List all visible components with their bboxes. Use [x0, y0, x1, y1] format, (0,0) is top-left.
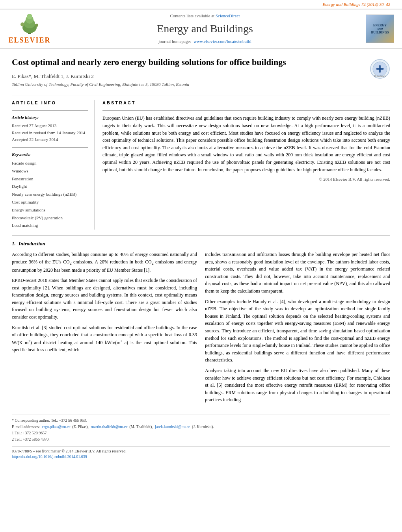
email-pikas-link[interactable]: ergo.pikas@ttu.ee [42, 424, 70, 429]
journal-citation-bar: Energy and Buildings 74 (2014) 30–42 [0, 0, 402, 9]
right-para-1: includes transmission and infiltration l… [205, 251, 390, 295]
keyword-windows: Windows [12, 167, 88, 175]
body-left-col: According to different studies, building… [12, 251, 197, 407]
journal-homepage: journal homepage: www.elsevier.com/locat… [55, 39, 355, 45]
divider-abstract [102, 110, 390, 111]
article-info-label: ARTICLE INFO [12, 100, 88, 106]
journal-logo-right: ENERGY AND BUILDINGS [359, 15, 394, 43]
article-content: Cost optimal and nearly zero energy buil… [0, 49, 402, 468]
footnote-area: * Corresponding author. Tel.: +372 56 45… [12, 415, 390, 443]
crossmark-icon: CrossMark [370, 59, 390, 79]
introduction-heading: 1. Introduction [12, 240, 390, 248]
divider-article-info [12, 110, 88, 111]
keyword-nzeb: Nearly zero energy buildings (nZEB) [12, 191, 88, 198]
journal-homepage-link[interactable]: www.elsevier.com/locate/enbuild [194, 39, 251, 44]
article-info-column: ARTICLE INFO Article history: Received 2… [12, 100, 95, 230]
abstract-text: European Union (EU) has established dire… [102, 115, 390, 173]
keyword-pv: Photovoltaic (PV) generation [12, 214, 88, 222]
received-date: Received 27 August 2013 [12, 122, 88, 130]
elsevier-tree-icon [14, 13, 45, 34]
email-line: E-mail addresses: ergo.pikas@ttu.ee (E. … [12, 424, 390, 430]
sciencedirect-link[interactable]: ScienceDirect [216, 13, 240, 18]
intro-para-1: According to different studies, building… [12, 251, 197, 274]
svg-point-4 [27, 14, 32, 19]
svg-point-5 [20, 22, 24, 26]
email-jarek-name: (J. Kurnitski). [192, 424, 214, 429]
right-para-3: Analyses taking into account the new EU … [205, 367, 390, 404]
doi-line: http://dx.doi.org/10.1016/j.enbuild.2014… [12, 454, 390, 460]
footnote-1: 1 Tel.: +372 520 9657. [12, 430, 390, 436]
svg-point-6 [35, 24, 38, 27]
article-title: Cost optimal and nearly zero energy buil… [12, 57, 364, 68]
copyright: © 2014 Elsevier B.V. All rights reserved… [102, 176, 390, 183]
body-two-col: According to different studies, building… [12, 251, 390, 407]
email-label: E-mail addresses: [12, 424, 40, 429]
article-dates: Received 27 August 2013 Received in revi… [12, 122, 88, 143]
doi-link[interactable]: http://dx.doi.org/10.1016/j.enbuild.2014… [12, 454, 87, 459]
keyword-fenestration: Fenestration [12, 175, 88, 183]
journal-header: ELSEVIER Contents lists available at Sci… [0, 9, 402, 49]
keyword-load: Load matching [12, 222, 88, 230]
svg-text:CrossMark: CrossMark [374, 75, 386, 77]
keyword-facade: Facade design [12, 159, 88, 167]
revised-date: Received in revised form 14 January 2014 [12, 130, 88, 137]
abstract-label: ABSTRACT [102, 100, 390, 106]
elsevier-logo: ELSEVIER [8, 13, 51, 45]
journal-citation: Energy and Buildings 74 (2014) 30–42 [322, 2, 390, 7]
accepted-date: Accepted 22 January 2014 [12, 136, 88, 143]
article-info-abstract: ARTICLE INFO Article history: Received 2… [12, 100, 390, 230]
article-title-text: Cost optimal and nearly zero energy buil… [12, 57, 364, 92]
keywords-label: Keywords: [12, 152, 88, 158]
journal-logo-box: ENERGY AND BUILDINGS [366, 15, 394, 43]
history-label: Article history: [12, 115, 88, 121]
body-right-col: includes transmission and infiltration l… [205, 251, 390, 407]
corresponding-author-note: * Corresponding author. Tel.: +372 56 45… [12, 417, 390, 424]
keywords-list: Facade design Windows Fenestration Dayli… [12, 159, 88, 230]
abstract-column: ABSTRACT European Union (EU) has establi… [102, 100, 390, 230]
keyword-cost: Cost optimality [12, 198, 88, 206]
article-title-section: Cost optimal and nearly zero energy buil… [12, 57, 390, 92]
email-martin-name: (M. Thalfeldt), [129, 424, 153, 429]
intro-para-2: EPBD-recast 2010 states that Member Stat… [12, 277, 197, 321]
journal-title: Energy and Buildings [55, 21, 355, 37]
logo-line2: AND [377, 27, 383, 30]
email-pikas-name: (E. Pikas), [72, 424, 89, 429]
section-number: 1. [12, 241, 16, 247]
divider-1 [12, 96, 390, 96]
crossmark-badge: CrossMark [370, 59, 390, 79]
intro-para-3: Kurnitski et al. [3] studied cost optima… [12, 324, 197, 354]
keyword-energy-sim: Energy simulations [12, 206, 88, 214]
article-authors: E. Pikas*, M. Thalfeldt 1, J. Kurnitski … [12, 73, 364, 80]
footnote-2: 2 Tel.: +372 5866 4370. [12, 436, 390, 443]
section-title: Introduction [19, 241, 45, 247]
body-divider [12, 235, 390, 236]
contents-line: Contents lists available at ScienceDirec… [55, 13, 355, 19]
page: Energy and Buildings 74 (2014) 30–42 ELS… [0, 0, 402, 468]
issn-line: 0378-7788/$ – see front matter © 2014 El… [12, 449, 390, 454]
logo-line1: ENERGY [373, 24, 387, 28]
keyword-daylight: Daylight [12, 183, 88, 191]
article-affiliation: Tallinn University of Technology, Facult… [12, 82, 364, 88]
logo-line3: BUILDINGS [371, 31, 389, 35]
journal-center-header: Contents lists available at ScienceDirec… [55, 13, 355, 44]
right-para-2: Other examples include Hamdy et al. [4],… [205, 298, 390, 364]
email-martin-link[interactable]: martin.thalfeldt@ttu.ee [91, 424, 128, 429]
bottom-bar: 0378-7788/$ – see front matter © 2014 El… [12, 447, 390, 460]
email-jarek-link[interactable]: jarek.kurnitski@ttu.ee [155, 424, 190, 429]
elsevier-label: ELSEVIER [8, 35, 50, 45]
divider-keywords [12, 147, 88, 148]
